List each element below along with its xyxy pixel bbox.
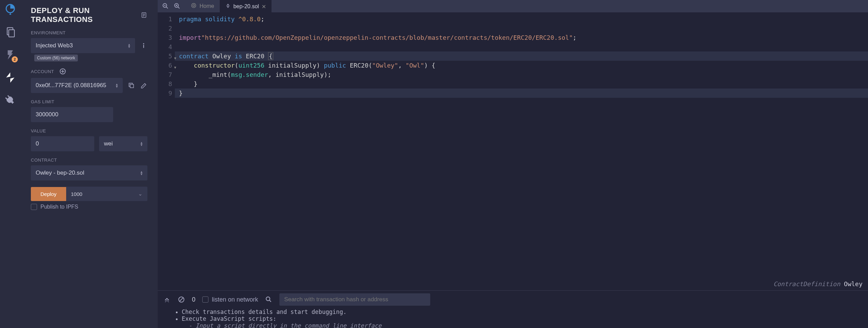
add-account-icon[interactable]	[59, 68, 67, 75]
svg-rect-2	[9, 30, 15, 37]
pending-count: 0	[192, 296, 195, 303]
terminal-output: Check transactions details and start deb…	[158, 308, 868, 328]
svg-rect-13	[130, 84, 134, 88]
svg-line-15	[166, 7, 168, 8]
fold-icon: ▼	[174, 54, 176, 63]
deploy-panel: DEPLOY & RUN TRANSACTIONS ENVIRONMENT In…	[21, 0, 158, 328]
svg-point-21	[192, 3, 196, 8]
gas-label: GAS LIMIT	[31, 99, 147, 104]
deploy-button[interactable]: Deploy	[31, 187, 66, 201]
publish-ipfs-label: Publish to IPFS	[40, 204, 78, 210]
home-icon	[191, 2, 197, 10]
svg-line-18	[178, 7, 179, 8]
collapse-icon[interactable]	[163, 296, 171, 303]
fold-icon: ▼	[174, 63, 176, 72]
panel-title: DEPLOY & RUN TRANSACTIONS	[31, 6, 141, 24]
zoom-in-icon[interactable]	[173, 2, 181, 10]
gas-input[interactable]: 3000000	[31, 107, 113, 122]
contract-select[interactable]: Owley - bep-20.sol ▴▾	[31, 165, 147, 180]
docs-icon[interactable]	[141, 12, 147, 19]
account-label: ACCOUNT	[31, 69, 54, 74]
environment-select[interactable]: Injected Web3 ▴▾	[31, 38, 135, 53]
search-icon[interactable]	[265, 296, 273, 303]
account-select[interactable]: 0xe0f...77F2E (0.08816965 ▴▾	[31, 78, 123, 93]
plugin-icon[interactable]	[4, 94, 16, 106]
solidity-icon	[225, 3, 231, 10]
value-label: VALUE	[31, 128, 147, 133]
line-gutter: 1 2 3 4 5▼ 6▼ 7 8 9	[158, 12, 175, 290]
compiler-badge: 2	[12, 56, 18, 62]
info-icon[interactable]	[140, 42, 147, 49]
svg-point-7	[143, 43, 144, 44]
network-pill: Custom (56) network	[34, 55, 78, 61]
main-area: Home bep-20.sol ✕ 1 2 3 4 5▼ 6▼ 7 8 9 pr…	[158, 0, 868, 328]
svg-rect-8	[143, 45, 144, 48]
icon-sidebar: 2	[0, 0, 21, 328]
svg-line-26	[269, 300, 271, 302]
breadcrumb: ContractDefinition Owley	[773, 280, 863, 288]
editor-toolbar: Home bep-20.sol ✕	[158, 0, 868, 12]
chevron-updown-icon: ▴▾	[128, 43, 130, 48]
chevron-updown-icon: ▴▾	[116, 83, 118, 88]
tab-file[interactable]: bep-20.sol ✕	[220, 0, 272, 13]
compiler-icon[interactable]: 2	[4, 49, 16, 61]
listen-label: listen on network	[212, 296, 258, 303]
svg-point-25	[266, 297, 270, 301]
terminal: 0 listen on network Check transactions d…	[158, 290, 868, 328]
chevron-down-icon[interactable]: ⌄	[138, 191, 143, 197]
publish-ipfs-checkbox[interactable]	[31, 204, 37, 210]
svg-point-22	[193, 4, 194, 6]
close-tab-icon[interactable]: ✕	[262, 3, 266, 10]
environment-label: ENVIRONMENT	[31, 30, 147, 35]
deploy-param-input[interactable]: 1000 ⌄	[66, 187, 147, 201]
svg-line-24	[180, 298, 183, 302]
edit-icon[interactable]	[140, 82, 147, 89]
file-explorer-icon[interactable]	[4, 26, 16, 38]
tab-home[interactable]: Home	[185, 0, 220, 13]
chevron-updown-icon: ▴▾	[141, 141, 143, 146]
zoom-out-icon[interactable]	[162, 2, 169, 10]
copy-icon[interactable]	[128, 82, 135, 89]
value-unit-select[interactable]: wei ▴▾	[99, 136, 147, 151]
listen-checkbox[interactable]	[202, 296, 208, 303]
logo-icon[interactable]	[4, 3, 16, 16]
deploy-icon[interactable]	[4, 71, 16, 84]
contract-label: CONTRACT	[31, 157, 147, 163]
terminal-search-input[interactable]	[279, 293, 430, 306]
code-content[interactable]: pragma solidity ^0.8.0; import"https://g…	[175, 12, 868, 290]
value-input[interactable]: 0	[31, 136, 94, 151]
chevron-updown-icon: ▴▾	[141, 171, 143, 175]
code-editor[interactable]: 1 2 3 4 5▼ 6▼ 7 8 9 pragma solidity ^0.8…	[158, 12, 868, 290]
clear-icon[interactable]	[178, 296, 185, 303]
